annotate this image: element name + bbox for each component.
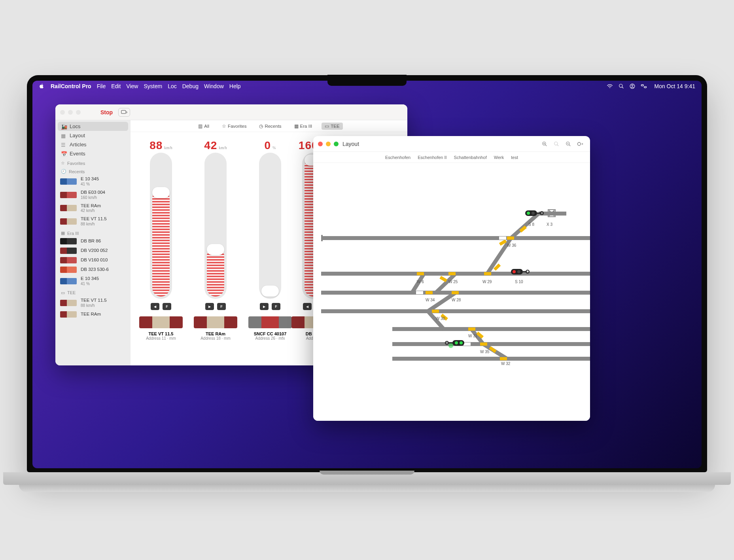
speed-display: 0%: [265, 139, 276, 150]
menu-window[interactable]: Window: [204, 83, 224, 89]
track-label: W 25: [448, 280, 458, 284]
layout-tab[interactable]: Schattenbahnhof: [454, 155, 487, 160]
direction-button[interactable]: ◀: [303, 303, 312, 310]
svg-rect-21: [426, 291, 433, 294]
filter-era iii[interactable]: ▦Era III: [291, 123, 316, 130]
star-icon: ☆: [222, 123, 226, 129]
clock-icon: ◷: [259, 123, 263, 129]
svg-rect-31: [416, 291, 423, 294]
apple-menu-icon[interactable]: [39, 83, 44, 90]
loc-image: [248, 316, 292, 328]
sidebar-loc-item[interactable]: DB V200 052: [55, 246, 131, 255]
filter-tee[interactable]: ▭TEE: [322, 123, 342, 130]
loc-card[interactable]: 0% ▶ F SNCF CC 40107 Address 26 · mfx: [247, 139, 293, 358]
sidebar-loc-item[interactable]: TEE VT 11.588 km/h: [55, 215, 131, 228]
zoom-out-icon[interactable]: [563, 139, 573, 149]
svg-rect-25: [468, 327, 475, 331]
svg-point-10: [554, 142, 558, 145]
svg-rect-23: [432, 310, 439, 313]
traffic-lights[interactable]: [318, 142, 339, 146]
sidebar-loc-item[interactable]: DB 323 530-6: [55, 265, 131, 274]
menu-edit[interactable]: Edit: [111, 83, 121, 89]
menu-view[interactable]: View: [126, 83, 138, 89]
throttle-slider[interactable]: [204, 153, 227, 299]
control-center-icon[interactable]: [641, 84, 647, 89]
loc-card[interactable]: 88km/h ◀ F TEE VT 11.5 Address 11 · mm: [138, 139, 184, 358]
zoom-in-icon[interactable]: [539, 139, 550, 149]
sidebar-item-layout[interactable]: ▦Layout: [55, 131, 131, 140]
settings-menu-button[interactable]: [575, 139, 585, 149]
function-button[interactable]: F: [163, 303, 171, 310]
wifi-icon[interactable]: [607, 84, 613, 89]
sidebar-loc-item[interactable]: DB V160 010: [55, 255, 131, 265]
track-label: W 30: [436, 316, 445, 321]
tag-icon: ▭: [61, 290, 65, 295]
zoom-fit-icon[interactable]: [551, 139, 562, 149]
track-label: W 29: [482, 280, 492, 284]
track-label: W 6: [417, 280, 424, 284]
calendar-icon: ▦: [61, 231, 65, 236]
sidebar-loc-item[interactable]: TEE VT 11.588 km/h: [55, 296, 131, 310]
notch: [327, 75, 407, 86]
svg-rect-32: [463, 342, 471, 346]
loc-thumbnail: [60, 192, 77, 198]
track-diagram[interactable]: S 8X 3W 36W 29S 10W 6W 25W 34W 28W 30W 3…: [313, 163, 590, 421]
sidebar-era-header: ▦ Era III: [55, 228, 131, 236]
calendar-icon: ▦: [294, 123, 299, 129]
sidebar-loc-item[interactable]: DB BR 86: [55, 236, 131, 246]
grid-icon: ▦: [61, 133, 66, 138]
layout-tab[interactable]: Eschenhofen: [385, 155, 411, 160]
svg-rect-19: [439, 276, 447, 282]
loc-thumbnail: [60, 205, 77, 211]
filter-favorites[interactable]: ☆Favorites: [219, 123, 250, 130]
sidebar-item-articles[interactable]: ☰Articles: [55, 140, 131, 149]
screen-bezel: RailControl Pro FileEditViewSystemLocDeb…: [27, 75, 707, 472]
sidebar-loc-item[interactable]: TEE RAm: [55, 310, 131, 319]
throttle-slider[interactable]: [259, 153, 281, 299]
svg-rect-30: [499, 236, 506, 240]
menu-debug[interactable]: Debug: [182, 83, 199, 89]
menu-help[interactable]: Help: [229, 83, 241, 89]
direction-button[interactable]: ▶: [260, 303, 269, 310]
layout-window: Layout EschenhofenEschenhofen IISchatten…: [313, 136, 590, 421]
display-mode-button[interactable]: [118, 108, 130, 117]
throttle-slider[interactable]: [150, 153, 172, 299]
svg-rect-27: [480, 342, 487, 346]
star-icon: ☆: [61, 161, 65, 166]
menu-system[interactable]: System: [144, 83, 162, 89]
stop-button[interactable]: Stop: [100, 109, 113, 115]
menu-loc[interactable]: Loc: [168, 83, 177, 89]
direction-button[interactable]: ◀: [151, 303, 159, 310]
sidebar-favorites-header: ☆ Favorites: [55, 158, 131, 166]
svg-point-39: [513, 270, 516, 273]
sidebar-loc-item[interactable]: DB E03 004160 km/h: [55, 188, 131, 202]
train-icon: 🚂: [61, 124, 66, 129]
sidebar-item-events[interactable]: 📅Events: [55, 149, 131, 158]
spotlight-icon[interactable]: [619, 83, 624, 89]
function-button[interactable]: F: [272, 303, 280, 310]
traffic-lights[interactable]: [60, 110, 81, 115]
user-icon[interactable]: [630, 83, 635, 89]
layout-tab[interactable]: Eschenhofen II: [418, 155, 446, 160]
layout-tab[interactable]: test: [511, 155, 518, 160]
sidebar-loc-item[interactable]: E 10 34541 %: [55, 274, 131, 288]
menu-file[interactable]: File: [97, 83, 106, 89]
svg-rect-20: [417, 272, 424, 275]
track-label: W 32: [501, 361, 510, 366]
direction-button[interactable]: ▶: [205, 303, 214, 310]
app-name[interactable]: RailControl Pro: [51, 83, 91, 89]
layout-tab[interactable]: Werk: [494, 155, 504, 160]
loc-thumbnail: [60, 248, 77, 254]
sidebar-item-locs[interactable]: 🚂Locs: [58, 122, 128, 131]
loc-card[interactable]: 42km/h ▶ F TEE RAm Address 18 · mm: [192, 139, 239, 358]
sidebar-loc-item[interactable]: TEE RAm42 km/h: [55, 202, 131, 215]
loc-card-name: SNCF CC 40107: [254, 331, 287, 336]
datetime[interactable]: Mon Oct 14 9:41: [654, 83, 695, 89]
svg-rect-13: [507, 236, 514, 240]
function-button[interactable]: F: [217, 303, 226, 310]
sidebar-loc-item[interactable]: E 10 34541 %: [55, 175, 131, 188]
layout-title: Layout: [342, 141, 359, 147]
filter-bar: ▥All☆Favorites◷Recents▦Era III▭TEE: [131, 120, 407, 132]
filter-recents[interactable]: ◷Recents: [256, 123, 284, 130]
filter-all[interactable]: ▥All: [195, 123, 212, 130]
